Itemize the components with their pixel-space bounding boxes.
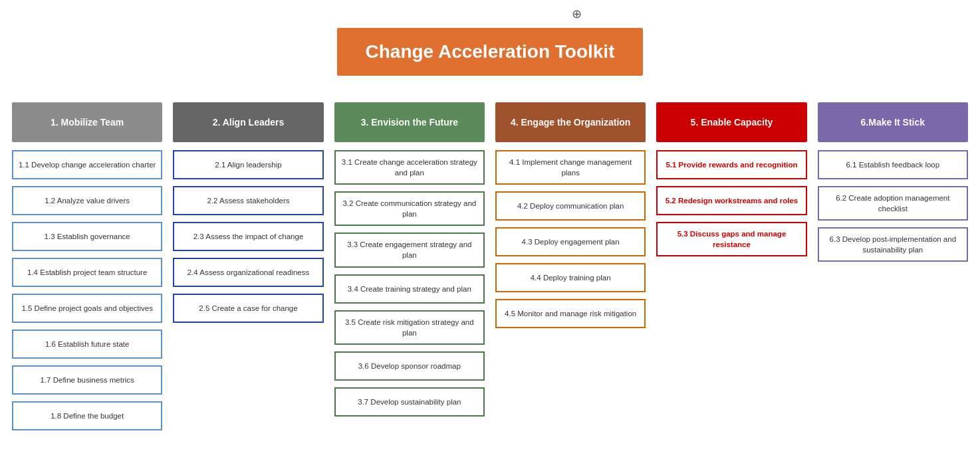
card-col4-1[interactable]: 4.2 Deploy communication plan bbox=[495, 191, 646, 221]
card-col4-4[interactable]: 4.5 Monitor and manage risk mitigation bbox=[495, 299, 646, 328]
column-col1: 1. Mobilize Team1.1 Develop change accel… bbox=[7, 102, 168, 437]
card-col4-0[interactable]: 4.1 Implement change management plans bbox=[495, 150, 646, 185]
column-col3: 3. Envision the Future3.1 Create change … bbox=[329, 102, 490, 423]
card-col1-3[interactable]: 1.4 Establish project team structure bbox=[12, 258, 162, 287]
card-col2-3[interactable]: 2.4 Assess organizational readiness bbox=[173, 258, 323, 287]
card-col1-6[interactable]: 1.7 Define business metrics bbox=[12, 365, 162, 395]
columns-wrapper: 1. Mobilize Team1.1 Develop change accel… bbox=[7, 102, 973, 437]
card-col1-5[interactable]: 1.6 Establish future state bbox=[12, 329, 162, 359]
column-header-col1: 1. Mobilize Team bbox=[12, 102, 162, 142]
card-col3-4[interactable]: 3.5 Create risk mitigation strategy and … bbox=[334, 310, 485, 345]
card-col3-3[interactable]: 3.4 Create training strategy and plan bbox=[334, 274, 485, 304]
column-header-col2: 2. Align Leaders bbox=[173, 102, 323, 142]
card-col1-1[interactable]: 1.2 Analyze value drivers bbox=[12, 186, 162, 215]
card-col1-4[interactable]: 1.5 Define project goals and objectives bbox=[12, 294, 162, 323]
card-col6-1[interactable]: 6.2 Create adoption management checklist bbox=[818, 186, 968, 221]
column-header-col4: 4. Engage the Organization bbox=[495, 102, 646, 142]
card-col3-5[interactable]: 3.6 Develop sponsor roadmap bbox=[334, 351, 485, 381]
column-col4: 4. Engage the Organization4.1 Implement … bbox=[490, 102, 651, 335]
column-header-col6: 6.Make It Stick bbox=[818, 102, 968, 142]
card-col6-0[interactable]: 6.1 Establish feedback loop bbox=[818, 150, 968, 179]
card-col1-2[interactable]: 1.3 Establish governance bbox=[12, 222, 162, 251]
column-header-col3: 3. Envision the Future bbox=[334, 102, 485, 142]
card-col3-0[interactable]: 3.1 Create change acceleration strategy … bbox=[334, 150, 485, 185]
card-col3-6[interactable]: 3.7 Develop sustainability plan bbox=[334, 387, 485, 417]
card-col1-7[interactable]: 1.8 Define the budget bbox=[12, 401, 162, 430]
card-col1-0[interactable]: 1.1 Develop change acceleration charter bbox=[12, 150, 162, 179]
card-col3-1[interactable]: 3.2 Create communication strategy and pl… bbox=[334, 191, 485, 226]
column-header-col5: 5. Enable Capacity bbox=[656, 102, 806, 142]
card-col2-1[interactable]: 2.2 Assess stakeholders bbox=[173, 186, 323, 215]
card-col6-2[interactable]: 6.3 Develop post-implementation and sust… bbox=[818, 227, 968, 262]
card-col5-1[interactable]: 5.2 Redesign workstreams and roles bbox=[656, 186, 806, 215]
column-col6: 6.Make It Stick6.1 Establish feedback lo… bbox=[812, 102, 973, 268]
page-title: Change Acceleration Toolkit bbox=[337, 28, 643, 76]
page: ⊕ Change Acceleration Toolkit 1. Mobiliz… bbox=[0, 0, 980, 444]
card-col5-0[interactable]: 5.1 Provide rewards and recognition bbox=[656, 150, 806, 179]
card-col2-0[interactable]: 2.1 Align leadership bbox=[173, 150, 323, 179]
card-col5-2[interactable]: 5.3 Discuss gaps and manage resistance bbox=[656, 222, 806, 256]
resize-icon: ⊕ bbox=[7, 7, 973, 21]
column-col5: 5. Enable Capacity5.1 Provide rewards an… bbox=[651, 102, 812, 263]
card-col3-2[interactable]: 3.3 Create engagement strategy and plan bbox=[334, 233, 485, 267]
card-col2-4[interactable]: 2.5 Create a case for change bbox=[173, 294, 323, 323]
card-col2-2[interactable]: 2.3 Assess the impact of change bbox=[173, 222, 323, 251]
card-col4-2[interactable]: 4.3 Deploy engagement plan bbox=[495, 227, 646, 256]
card-col4-3[interactable]: 4.4 Deploy training plan bbox=[495, 263, 646, 292]
column-col2: 2. Align Leaders2.1 Align leadership2.2 … bbox=[168, 102, 328, 329]
